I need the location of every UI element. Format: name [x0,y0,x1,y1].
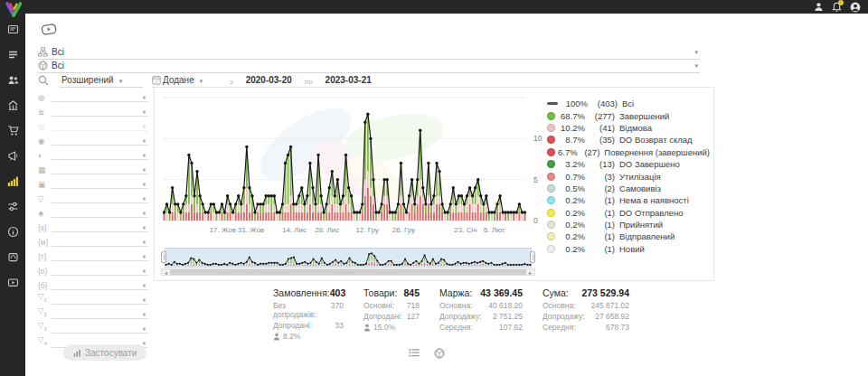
legend-count: (3) [585,172,615,182]
filter-var-s-field[interactable]: ▾ [52,220,148,232]
stats-sub-row: Основні:718 [363,301,420,310]
legend-item[interactable]: 0.5%(2)Самовивіз [547,183,710,194]
filter-list[interactable]: ≣▾ [38,102,148,117]
filter-funnel-3[interactable]: ▽3▾ [38,319,148,334]
filter-status-field[interactable]: ▾ [52,89,148,102]
filter-globe[interactable]: ◈▾ [38,203,148,218]
date-to-input[interactable]: 2023-03-21 [322,75,375,88]
filter-product[interactable]: ▦▾ [38,160,148,174]
filter-sphere-field[interactable]: ▾ [52,147,148,160]
stats-sub-label: Допродажу: [542,312,585,321]
legend-item[interactable]: 0.2%(1)Нема в наявності [547,194,710,206]
filter-help-field[interactable]: ▾ [52,118,148,131]
filter-counterparty-field[interactable]: ▾ [52,133,148,146]
legend-item[interactable]: 0.2%(1)Новий [547,243,710,255]
search-mode-select[interactable]: Розширений ▾ [60,73,143,88]
legend-percent: 100% [558,99,588,108]
chevron-down-icon: ▾ [200,78,205,87]
chart-scrollbar[interactable]: ◂ ⋯ ▸ [161,268,535,276]
user-icon[interactable] [813,1,825,13]
scroll-left-arrow-icon[interactable]: ◂ [162,269,170,275]
sidebar-store-icon[interactable] [6,99,19,111]
filter-funnel-field[interactable]: ▾ [52,191,148,203]
product-view-icon[interactable] [434,348,445,359]
sidebar-info-icon[interactable] [6,225,19,238]
apply-button[interactable]: Застосувати [63,344,146,361]
legend-item[interactable]: 6.7%(27)Повернення (завершений) [547,146,710,158]
legend-item[interactable]: 0.2%(1)DO Отправлено [547,207,710,219]
notifications-bell-icon[interactable] [831,1,843,13]
scroll-right-arrow-icon[interactable]: ▸ [526,269,534,275]
filter-status[interactable]: ◍▾ [38,88,148,102]
filter-var-o-field[interactable]: ▾ [52,263,148,276]
legend-item[interactable]: 0.2%(1)Відправлений [547,230,710,242]
sidebar-customers-icon[interactable] [6,73,19,86]
legend-item[interactable]: 3.2%(13)DO Завершено [547,158,710,170]
chart-panel: 051017. Жов31. Жов14. Лис28. Лис12. Гру2… [154,87,714,281]
legend-item[interactable]: 8.7%(35)DO Возврат склад [547,134,710,146]
sidebar-cart-icon[interactable] [6,124,19,136]
filter-panel: ◍▾≣▾◎▾◉▾◐▾▦▾▣▾▽▾◈▾{s}▾{м}▾{т}▾{о}▾{б}▾▽1… [38,88,148,348]
filter-var-s[interactable]: {s}▾ [38,218,148,232]
filter-funnel-2[interactable]: ▽2▾ [38,305,148,319]
filter-var-m[interactable]: {м}▾ [38,232,148,247]
sidebar-video-icon[interactable] [6,276,19,288]
filter-frame-field[interactable]: ▾ [52,176,148,189]
scrollbar-thumb[interactable]: ⋯ [170,269,526,275]
stats-title-row: Сума:273 529.94 [542,287,629,298]
navigator-left-handle[interactable] [161,251,166,263]
filter-var-t-field[interactable]: ▾ [52,249,148,261]
navigator-right-handle[interactable] [530,251,535,263]
product-filter[interactable]: Всі ▾ [38,59,700,73]
legend-item[interactable]: 68.7%(277)Завершений [547,109,710,121]
filter-globe-field[interactable]: ▾ [52,205,148,218]
filter-funnel-2-field[interactable]: ▾ [52,306,148,319]
account-avatar-icon[interactable] [849,1,861,13]
sidebar-products-icon[interactable] [6,250,19,263]
filter-product-field[interactable]: ▾ [52,162,148,174]
sidebar-marketing-icon[interactable] [6,149,19,162]
filter-var-m-field[interactable]: ▾ [52,234,148,247]
legend-item[interactable]: 0.7%(3)Утилізація [547,170,710,182]
filter-var-b[interactable]: {б}▾ [38,276,148,290]
filter-var-t[interactable]: {т}▾ [38,247,148,261]
filter-funnel-1[interactable]: ▽1▾ [38,290,148,305]
filter-frame[interactable]: ▣▾ [38,174,148,189]
filter-sphere[interactable]: ◐▾ [38,146,148,160]
filter-var-o[interactable]: {о}▾ [38,261,148,276]
status-filter[interactable]: Всі ▾ [38,45,700,60]
legend-item[interactable]: 10.2%(41)Відмова [547,122,710,134]
search-icon[interactable] [38,75,51,88]
sidebar-analytics-icon[interactable] [6,174,19,187]
stats-sub-value: 127 [407,312,420,321]
stats-title: Сума: [542,287,569,298]
date-field-select[interactable]: 17 Додане ▾ [152,73,221,88]
filter-var-b-field[interactable]: ▾ [52,277,148,290]
main-content: Всі ▾ Всі ▾ Розширений ▾ 17 Додане [25,14,868,376]
app-logo-icon[interactable] [4,1,24,19]
product-filter-value: Всі [52,61,64,70]
legend-count: (41) [585,123,615,133]
filter-funnel-4-icon: ▽4 [38,335,52,348]
sidebar-settings-icon[interactable] [6,200,19,212]
chart-legend: 100%(403)Всі68.7%(277)Завершений10.2%(41… [547,98,710,255]
filter-funnel[interactable]: ▽▾ [38,189,148,203]
video-help-icon[interactable] [41,23,57,40]
filter-funnel-3-field[interactable]: ▾ [52,321,148,334]
legend-label: Повернення (завершений) [604,147,710,157]
date-from-input[interactable]: 2020-03-20 [242,75,296,88]
legend-item[interactable]: 100%(403)Всі [547,98,710,109]
main-sidebar [0,0,25,376]
filter-help-icon: ◎ [38,122,52,131]
sidebar-orders-icon[interactable] [6,48,19,61]
legend-item[interactable]: 0.2%(1)Прийнятий [547,219,710,230]
sidebar-dashboard-icon[interactable] [6,23,19,35]
filter-list-field[interactable]: ▾ [52,104,148,117]
chart-navigator[interactable] [165,248,532,268]
filter-help[interactable]: ◎▾ [38,117,148,131]
filter-funnel-1-field[interactable]: ▾ [52,292,148,305]
filter-counterparty[interactable]: ◉▾ [38,131,148,146]
legend-count: (2) [585,183,615,193]
list-view-icon[interactable] [409,348,420,359]
filter-funnel-1-icon: ▽1 [38,292,52,305]
